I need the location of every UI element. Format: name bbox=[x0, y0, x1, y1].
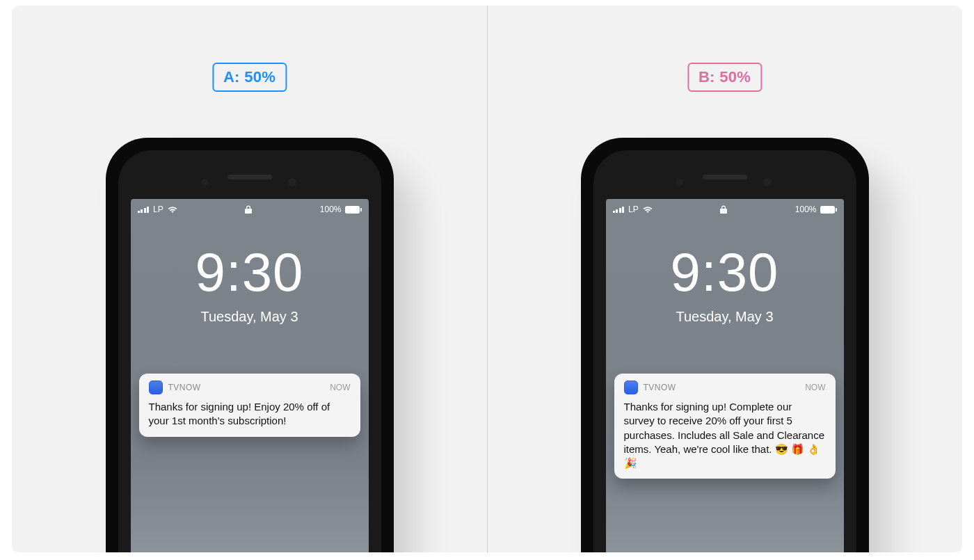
battery-icon bbox=[345, 206, 362, 214]
variant-a-badge: A: 50% bbox=[212, 63, 287, 92]
speaker-icon bbox=[227, 175, 272, 179]
clock-date: Tuesday, May 3 bbox=[131, 309, 369, 325]
notification-message: Thanks for signing up! Complete our surv… bbox=[624, 400, 826, 470]
notification-header: TVNOW NOW bbox=[624, 381, 826, 394]
notification-app-name: TVNOW bbox=[168, 383, 201, 392]
lock-icon bbox=[720, 205, 727, 214]
lock-screen-clock: 9:30 Tuesday, May 3 bbox=[131, 245, 369, 325]
notification-app-name: TVNOW bbox=[644, 383, 676, 392]
wifi-icon bbox=[643, 206, 653, 214]
lock-icon bbox=[245, 205, 252, 214]
phone-mock-a: LP 100% bbox=[106, 138, 394, 552]
app-icon bbox=[624, 381, 638, 394]
variant-a-panel: A: 50% LP bbox=[12, 6, 487, 552]
battery-icon bbox=[820, 206, 837, 214]
status-bar: LP 100% bbox=[131, 199, 369, 216]
notification-header: TVNOW NOW bbox=[149, 381, 351, 394]
sensor-icon bbox=[676, 179, 683, 186]
signal-icon bbox=[138, 206, 150, 213]
carrier-label: LP bbox=[628, 205, 639, 214]
signal-icon bbox=[613, 206, 625, 213]
carrier-label: LP bbox=[153, 205, 163, 214]
phone-screen: LP 100% bbox=[606, 199, 844, 552]
lock-screen-clock: 9:30 Tuesday, May 3 bbox=[606, 245, 844, 325]
phone-bezel: LP 100% bbox=[593, 150, 856, 552]
phone-screen: LP 100% bbox=[131, 199, 369, 552]
battery-label: 100% bbox=[795, 205, 817, 214]
push-notification[interactable]: TVNOW NOW Thanks for signing up! Complet… bbox=[614, 374, 836, 479]
camera-icon bbox=[288, 178, 296, 186]
clock-time: 9:30 bbox=[131, 245, 369, 299]
variant-b-badge: B: 50% bbox=[687, 63, 762, 92]
app-icon bbox=[149, 381, 163, 394]
phone-hardware-top bbox=[118, 163, 381, 191]
phone-mock-b: LP 100% bbox=[581, 138, 869, 552]
clock-date: Tuesday, May 3 bbox=[606, 309, 844, 325]
phone-hardware-top bbox=[593, 163, 856, 191]
clock-time: 9:30 bbox=[606, 245, 844, 299]
status-bar: LP 100% bbox=[606, 199, 844, 216]
sensor-icon bbox=[201, 179, 208, 186]
phone-bezel: LP 100% bbox=[118, 150, 381, 552]
notification-time: NOW bbox=[330, 383, 350, 392]
variant-b-panel: B: 50% LP bbox=[487, 6, 962, 552]
ab-test-canvas: A: 50% LP bbox=[12, 6, 962, 552]
notification-time: NOW bbox=[805, 383, 825, 392]
notification-message: Thanks for signing up! Enjoy 20% off of … bbox=[149, 400, 351, 429]
speaker-icon bbox=[703, 175, 747, 179]
push-notification[interactable]: TVNOW NOW Thanks for signing up! Enjoy 2… bbox=[139, 374, 360, 437]
wifi-icon bbox=[168, 206, 177, 214]
battery-label: 100% bbox=[320, 205, 342, 214]
phone-frame: LP 100% bbox=[106, 138, 394, 552]
camera-icon bbox=[763, 178, 772, 186]
phone-frame: LP 100% bbox=[581, 138, 869, 552]
